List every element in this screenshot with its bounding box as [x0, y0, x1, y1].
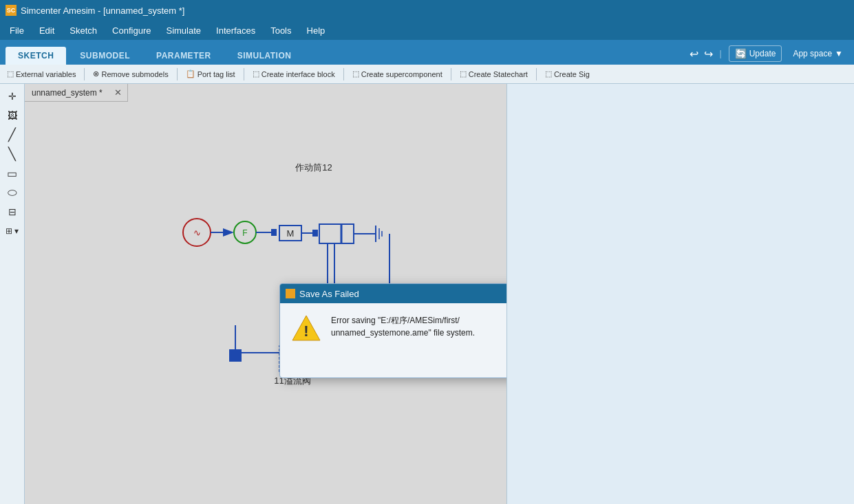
toolbar-sep-6 — [536, 68, 537, 80]
menu-sketch[interactable]: Sketch — [63, 23, 104, 39]
dialog-message: Error saving "E:/程序/AMESim/first/ unname… — [331, 314, 475, 339]
menu-help[interactable]: Help — [300, 23, 332, 39]
palette-diag-line[interactable]: ╲ — [4, 146, 21, 162]
toolbar-create-sig[interactable]: ⬚ Create Sig — [541, 68, 594, 80]
tab-sketch[interactable]: SKETCH — [6, 47, 66, 65]
dialog-title: Save As Failed — [299, 289, 359, 299]
tab-bar: SKETCH SUBMODEL PARAMETER SIMULATION ↩ ↪… — [0, 40, 854, 65]
tab-submodel[interactable]: SUBMODEL — [67, 47, 142, 65]
dialog-body: ! Error saving "E:/程序/AMESim/first/ unna… — [280, 303, 506, 350]
undo-btn[interactable]: ↩ — [690, 47, 698, 61]
menu-bar: File Edit Sketch Configure Simulate Inte… — [0, 21, 854, 40]
menu-edit[interactable]: Edit — [32, 23, 61, 39]
menu-configure[interactable]: Configure — [105, 23, 158, 39]
toolbar-sep-3 — [244, 68, 244, 80]
toolbar-port-tag-list[interactable]: 📋 Port tag list — [182, 68, 239, 80]
palette-ellipse[interactable]: ⬭ — [4, 184, 21, 201]
create-interface-icon: ⬚ — [253, 69, 259, 78]
appspace-label: App space — [793, 49, 832, 58]
supercomponent-icon: ⬚ — [352, 69, 359, 78]
dialog-app-icon — [286, 289, 295, 298]
palette-expand[interactable]: ⊞ ▾ — [4, 223, 21, 239]
menu-tools[interactable]: Tools — [264, 23, 298, 39]
external-vars-icon: ⬚ — [7, 69, 14, 78]
sig-icon: ⬚ — [545, 69, 552, 78]
port-tag-icon: 📋 — [186, 69, 195, 78]
sig-label: Create Sig — [554, 70, 590, 78]
chevron-down-icon: ▼ — [835, 49, 843, 58]
redo-btn[interactable]: ↪ — [704, 47, 713, 61]
toolbar-create-supercomponent[interactable]: ⬚ Create supercomponent — [348, 68, 447, 80]
save-as-failed-dialog: Save As Failed ✕ ! Error saving "E:/程序/A… — [279, 283, 506, 378]
right-panel — [506, 84, 854, 504]
toolbar: ⬚ External variables ⊗ Remove submodels … — [0, 65, 854, 84]
tab-right-actions: ↩ ↪ | 🔄 Update App space ▼ — [690, 45, 848, 65]
palette-cursor[interactable]: ✛ — [4, 88, 21, 105]
toolbar-remove-submodels[interactable]: ⊗ Remove submodels — [89, 68, 172, 80]
main-area: ✛ 🖼 ╱ ╲ ▭ ⬭ ⊟ ⊞ ▾ unnamed_system * ✕ 作动筒… — [0, 84, 854, 504]
menu-interfaces[interactable]: Interfaces — [209, 23, 262, 39]
palette-line[interactable]: ╱ — [4, 127, 21, 143]
dialog-titlebar: Save As Failed ✕ — [280, 284, 506, 303]
palette-image[interactable]: 🖼 — [4, 107, 21, 124]
external-vars-label: External variables — [16, 70, 76, 78]
palette-component[interactable]: ⊟ — [4, 204, 21, 220]
dialog-footer: OK — [280, 350, 506, 377]
update-button[interactable]: 🔄 Update — [729, 45, 782, 62]
palette-rect[interactable]: ▭ — [4, 165, 21, 182]
menu-file[interactable]: File — [3, 23, 31, 39]
svg-text:!: ! — [303, 322, 308, 340]
left-palette: ✛ 🖼 ╱ ╲ ▭ ⬭ ⊟ ⊞ ▾ — [0, 84, 25, 504]
toolbar-sep-1 — [84, 68, 85, 80]
update-icon: 🔄 — [735, 48, 747, 59]
port-tag-label: Port tag list — [198, 70, 235, 78]
toolbar-external-vars[interactable]: ⬚ External variables — [3, 68, 80, 80]
warning-icon: ! — [291, 314, 321, 342]
statechart-label: Create Statechart — [469, 70, 528, 78]
app-icon: SC — [6, 5, 17, 16]
toolbar-sep-2 — [177, 68, 178, 80]
modal-overlay: Save As Failed ✕ ! Error saving "E:/程序/A… — [25, 84, 506, 504]
toolbar-create-interface-block[interactable]: ⬚ Create interface block — [248, 68, 339, 80]
tab-simulation[interactable]: SIMULATION — [225, 47, 304, 65]
menu-simulate[interactable]: Simulate — [159, 23, 208, 39]
app-space-button[interactable]: App space ▼ — [787, 47, 848, 61]
title-bar: SC Simcenter Amesim - [unnamed_system *] — [0, 0, 854, 21]
toolbar-sep-4 — [343, 68, 344, 80]
toolbar-create-statechart[interactable]: ⬚ Create Statechart — [456, 68, 532, 80]
toolbar-sep-5 — [451, 68, 451, 80]
tab-parameter[interactable]: PARAMETER — [144, 47, 224, 65]
create-interface-label: Create interface block — [261, 70, 335, 78]
supercomponent-label: Create supercomponent — [361, 70, 442, 78]
update-label: Update — [749, 49, 776, 58]
remove-submodels-icon: ⊗ — [93, 69, 99, 78]
statechart-icon: ⬚ — [460, 69, 467, 78]
canvas-area[interactable]: unnamed_system * ✕ 作动筒12 ∿ F M — [25, 84, 506, 504]
app-title: Simcenter Amesim - [unnamed_system *] — [21, 6, 184, 16]
remove-submodels-label: Remove submodels — [101, 70, 168, 78]
